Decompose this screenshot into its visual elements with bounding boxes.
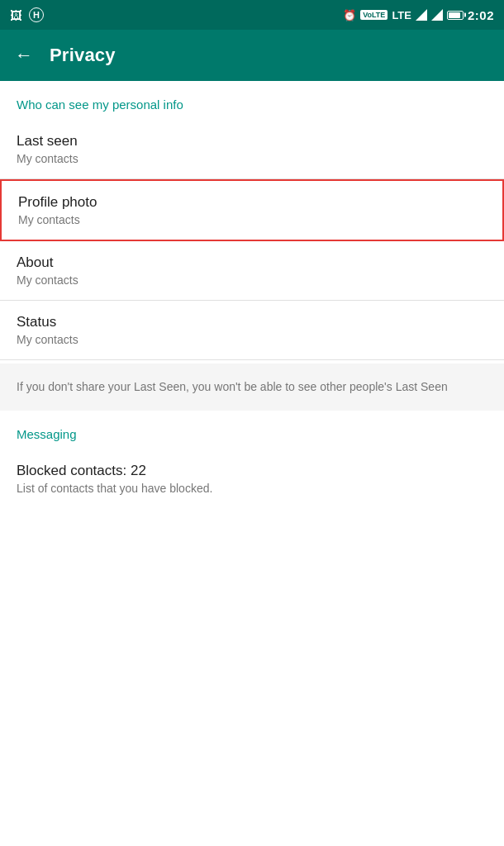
time-display: 2:02	[468, 8, 494, 22]
h-icon: H	[29, 7, 44, 22]
image-icon: 🖼	[10, 8, 22, 22]
back-button[interactable]: ←	[15, 45, 33, 66]
blocked-contacts-setting[interactable]: Blocked contacts: 22 List of contacts th…	[0, 449, 504, 508]
status-label: Status	[17, 314, 487, 330]
blocked-contacts-desc: List of contacts that you have blocked.	[17, 482, 487, 495]
profile-photo-label: Profile photo	[18, 194, 486, 211]
content: Who can see my personal info Last seen M…	[0, 81, 504, 508]
battery-icon	[447, 11, 464, 20]
svg-marker-1	[431, 9, 443, 21]
app-bar: ← Privacy	[0, 30, 504, 81]
svg-marker-0	[416, 9, 427, 21]
about-value: My contacts	[17, 273, 487, 287]
blocked-contacts-label: Blocked contacts: 22	[17, 463, 487, 479]
page-title: Privacy	[50, 45, 116, 66]
lte-label: LTE	[392, 9, 411, 21]
messaging-section-header: Messaging	[0, 411, 504, 449]
about-setting[interactable]: About My contacts	[0, 241, 504, 301]
status-bar-right: ⏰ VoLTE LTE 2:02	[343, 8, 494, 22]
last-seen-setting[interactable]: Last seen My contacts	[0, 120, 504, 179]
personal-info-section-header: Who can see my personal info	[0, 81, 504, 120]
signal-icon2	[431, 9, 443, 21]
status-setting[interactable]: Status My contacts	[0, 301, 504, 360]
signal-icon	[416, 9, 427, 21]
alarm-icon: ⏰	[343, 9, 356, 21]
about-label: About	[17, 254, 487, 271]
last-seen-label: Last seen	[17, 133, 487, 150]
volte-badge: VoLTE	[360, 10, 388, 20]
profile-photo-setting[interactable]: Profile photo My contacts	[0, 179, 504, 241]
profile-photo-value: My contacts	[18, 213, 486, 226]
status-bar-left: 🖼 H	[10, 7, 44, 22]
status-bar: 🖼 H ⏰ VoLTE LTE 2:02	[0, 0, 504, 30]
last-seen-info-box: If you don't share your Last Seen, you w…	[0, 364, 504, 411]
status-value: My contacts	[17, 333, 487, 346]
last-seen-info-text: If you don't share your Last Seen, you w…	[17, 378, 487, 396]
last-seen-value: My contacts	[17, 152, 487, 165]
